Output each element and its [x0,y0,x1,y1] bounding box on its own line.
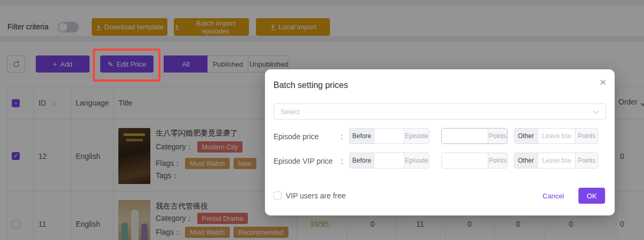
vip-price-points-group: Points [441,153,508,169]
points-addon: Points [488,129,507,143]
colon: : [341,157,343,165]
before-episode-input[interactable] [374,129,404,143]
episodes-select[interactable]: Select [273,103,606,119]
modal-title: Batch setting prices [273,81,348,90]
chevron-down-icon [593,108,599,114]
episode-price-other-group: Other Points [514,128,598,144]
select-placeholder: Select [280,108,300,116]
episode-price-before-group: Before Episode [349,128,429,144]
points-addon: Points [575,129,598,143]
before-addon: Before [350,153,374,168]
episode-addon: Episode [404,129,429,143]
batch-setting-prices-modal: Batch setting prices × Select Episode pr… [265,69,615,215]
points-input[interactable] [442,129,488,143]
episode-management-page: Filter criteria Download template Batch … [0,0,644,240]
highlight-annotation-rectangle [93,49,160,82]
vip-users-free-checkbox[interactable] [273,191,281,199]
points-addon: Points [575,153,598,168]
episode-price-points-group: Points [441,128,508,144]
other-addon: Other [514,129,538,143]
close-icon[interactable]: × [600,76,606,87]
vip-users-free-label: VIP users are free [286,191,346,200]
points-input[interactable] [442,153,488,168]
episode-addon: Episode [404,153,429,168]
colon: : [341,132,343,141]
points-addon: Points [488,153,507,168]
episode-price-label: Episode price [273,132,319,141]
ok-button[interactable]: OK [578,188,605,204]
other-points-input[interactable] [538,129,575,143]
cancel-button[interactable]: Cancel [543,188,564,204]
vip-price-before-group: Before Episode [349,153,429,169]
vip-price-other-group: Other Points [514,153,598,169]
episode-vip-price-label: Episode VIP price [273,157,333,165]
before-addon: Before [350,129,374,143]
other-addon: Other [514,153,538,168]
other-points-input[interactable] [538,153,575,168]
before-episode-input[interactable] [374,153,404,168]
